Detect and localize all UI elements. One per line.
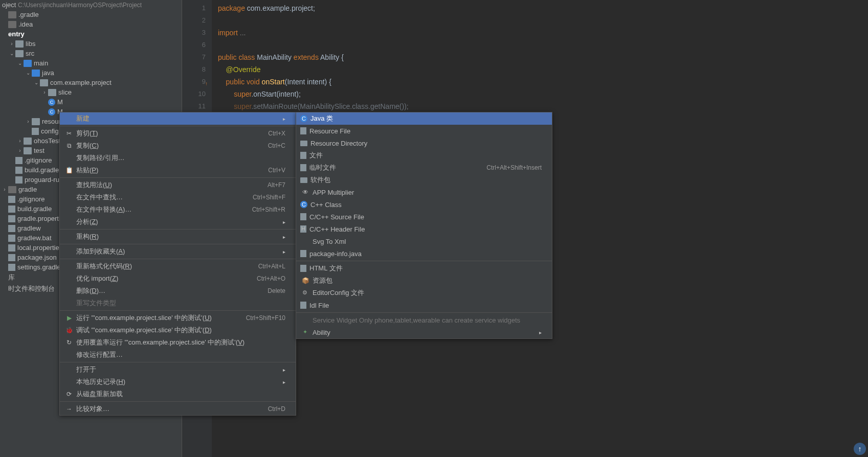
menu-item[interactable]: ▶运行 '"com.example.project.slice' 中的测试'(U… — [60, 312, 296, 324]
menu-item[interactable]: HC/C++ Header File — [296, 223, 552, 235]
tree-item[interactable]: entry — [0, 29, 182, 39]
class-icon: C — [48, 108, 55, 116]
menu-item[interactable]: 分析(Z)▸ — [60, 216, 296, 228]
chevron-icon[interactable]: › — [8, 41, 15, 47]
menu-item-icon: ▶ — [64, 314, 74, 322]
menu-item[interactable]: ↻使用覆盖率运行 '"com.example.project.slice' 中的… — [60, 336, 296, 349]
file-icon — [8, 235, 15, 242]
menu-item[interactable]: Resource File — [296, 125, 552, 137]
chevron-right-icon: ▸ — [539, 330, 542, 335]
tree-item[interactable]: ⌄java — [0, 68, 182, 78]
menu-item[interactable]: 修改运行配置… — [60, 349, 296, 361]
menu-item[interactable]: C/C++ Source File — [296, 211, 552, 223]
menu-item-label: C++ Class — [310, 201, 542, 209]
menu-item[interactable]: 临时文件Ctrl+Alt+Shift+Insert — [296, 162, 552, 174]
tree-item[interactable]: .gradle — [0, 10, 182, 19]
chevron-icon[interactable]: ⌄ — [16, 60, 24, 66]
folder-icon — [15, 40, 24, 48]
menu-item[interactable]: 文件 — [296, 149, 552, 162]
menu-item[interactable]: 重新格式化代码(R)Ctrl+Alt+L — [60, 260, 296, 272]
menu-item[interactable]: 📋粘贴(P)Ctrl+V — [60, 164, 296, 176]
menu-item[interactable]: 软件包 — [296, 174, 552, 186]
menu-item[interactable]: 在文件中替换(A)…Ctrl+Shift+R — [60, 203, 296, 216]
menu-item-icon — [300, 141, 307, 146]
chevron-icon[interactable]: ⌄ — [8, 51, 15, 56]
menu-item[interactable]: 优化 import(Z)Ctrl+Alt+O — [60, 272, 296, 285]
menu-item-shortcut: Ctrl+Alt+L — [258, 263, 285, 270]
menu-item[interactable]: 打开于▸ — [60, 363, 296, 376]
menu-item[interactable]: 📦资源包 — [296, 275, 552, 287]
menu-item[interactable]: 查找用法(U)Alt+F7 — [60, 179, 296, 191]
menu-item[interactable]: Resource Directory — [296, 137, 552, 149]
menu-item-icon: ✦ — [300, 329, 309, 336]
menu-item-label: 查找用法(U) — [76, 180, 257, 190]
chevron-icon[interactable]: ⌄ — [25, 70, 32, 76]
menu-item[interactable]: 重构(R)▸ — [60, 231, 296, 243]
menu-item-shortcut: Ctrl+Alt+Shift+Insert — [486, 164, 542, 171]
menu-item[interactable]: ✦Ability▸ — [296, 326, 552, 338]
menu-item[interactable]: ⟳从磁盘重新加载 — [60, 388, 296, 400]
tree-item[interactable]: ⌄com.example.project — [0, 78, 182, 87]
chevron-icon[interactable]: › — [16, 148, 24, 153]
tree-item-label: 时文件和控制台 — [8, 284, 55, 293]
menu-item[interactable]: CJava 类 — [296, 112, 552, 125]
tree-item[interactable]: ⌄main — [0, 58, 182, 68]
file-icon — [15, 176, 23, 184]
menu-item[interactable]: CC++ Class — [296, 198, 552, 211]
chevron-icon[interactable]: › — [25, 119, 32, 124]
menu-item[interactable]: ✂剪切(T)Ctrl+X — [60, 127, 296, 140]
menu-item[interactable]: 本地历史记录(H)▸ — [60, 376, 296, 388]
file-icon — [15, 167, 23, 174]
menu-item[interactable]: 删除(D)…Delete — [60, 285, 296, 297]
menu-item[interactable]: 添加到收藏夹(A)▸ — [60, 245, 296, 258]
tree-item-label: gradlew.bat — [17, 234, 52, 242]
chevron-icon[interactable]: › — [1, 187, 8, 192]
folder-icon — [8, 21, 16, 28]
tree-item[interactable]: CM — [0, 97, 182, 107]
chevron-icon[interactable]: › — [16, 138, 24, 144]
gutter-line-number: 8 — [182, 63, 206, 76]
menu-item[interactable]: Idl File — [296, 299, 552, 311]
menu-item[interactable]: ⧉复制(C)Ctrl+C — [60, 140, 296, 152]
menu-item[interactable]: 🐞调试 '"com.example.project.slice' 中的测试'(D… — [60, 324, 296, 336]
chevron-icon[interactable]: ⌄ — [33, 80, 40, 85]
tree-item-label: test — [34, 147, 44, 154]
menu-item[interactable]: ⚙EditorConfig 文件 — [296, 287, 552, 299]
scroll-top-button[interactable]: ↑ — [854, 443, 866, 455]
tree-item-label: 库 — [8, 273, 15, 282]
menu-item-label: 剪切(T) — [76, 129, 258, 138]
menu-item-label: Svg To Xml — [313, 238, 542, 245]
tree-item[interactable]: ⌄src — [0, 49, 182, 58]
file-icon — [8, 264, 15, 271]
menu-item[interactable]: Svg To Xml — [296, 235, 552, 247]
chevron-icon[interactable]: › — [41, 89, 48, 95]
menu-separator — [60, 244, 296, 244]
menu-item-icon — [300, 213, 306, 220]
tree-item[interactable]: ›libs — [0, 39, 182, 49]
tree-item-label: .gradle — [18, 11, 39, 18]
menu-item-label: 粘贴(P) — [76, 166, 258, 175]
menu-item-icon — [300, 127, 306, 134]
file-icon — [8, 205, 15, 213]
context-menu-new-submenu[interactable]: CJava 类Resource FileResource Directory文件… — [296, 112, 552, 339]
gutter-line-number: 11 — [182, 100, 206, 112]
menu-item-label: 在文件中查找… — [76, 193, 242, 202]
context-menu-main[interactable]: 新建▸✂剪切(T)Ctrl+X⧉复制(C)Ctrl+C复制路径/引用…📋粘贴(P… — [59, 112, 296, 416]
menu-item[interactable]: 复制路径/引用… — [60, 152, 296, 164]
menu-item[interactable]: →比较对象…Ctrl+D — [60, 403, 296, 415]
menu-item-icon — [300, 250, 306, 257]
gutter-line-number: 10 — [182, 88, 206, 100]
menu-item[interactable]: 新建▸ — [60, 112, 296, 125]
menu-item-label: 复制路径/引用… — [76, 153, 285, 163]
tree-item[interactable]: ›slice — [0, 87, 182, 97]
menu-item[interactable]: HTML 文件 — [296, 262, 552, 275]
menu-item[interactable]: 在文件中查找…Ctrl+Shift+F — [60, 191, 296, 203]
menu-item-label: 重写文件类型 — [76, 299, 285, 308]
menu-separator — [60, 310, 296, 311]
menu-item[interactable]: package-info.java — [296, 247, 552, 260]
tree-item[interactable]: .idea — [0, 19, 182, 29]
tree-item-label: java — [42, 69, 54, 77]
menu-item-label: Idl File — [309, 302, 542, 309]
menu-item[interactable]: 👁APP Multiplier — [296, 186, 552, 198]
menu-item-label: 软件包 — [310, 175, 542, 185]
